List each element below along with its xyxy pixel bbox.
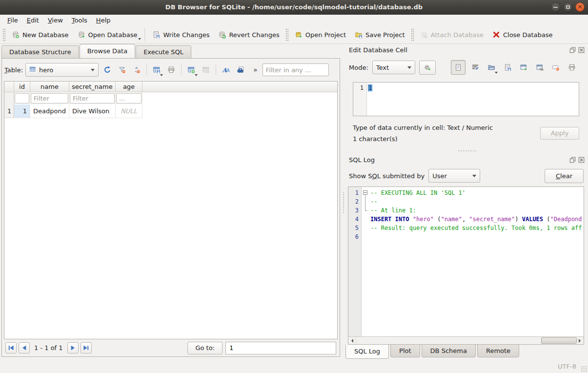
browse-data-panel: Database StructureBrowse DataExecute SQL… [0,44,342,360]
maximize-button[interactable] [563,2,572,12]
float-dock-icon[interactable] [569,47,576,53]
cell-name[interactable]: Deadpond [30,104,69,118]
print-rows-button[interactable] [165,63,178,76]
goto-button[interactable]: Go to: [187,342,223,354]
dock-tab-remote[interactable]: Remote [477,345,519,357]
grid-header-row: idnamesecret_nameage [4,82,337,92]
first-record-button[interactable] [5,342,17,353]
column-header-id[interactable]: id [14,82,30,92]
open-database-button[interactable]: Open Database [73,27,142,42]
column-header-secret_name[interactable]: secret_name [69,82,116,92]
next-record-button[interactable] [67,342,79,353]
close-window-button[interactable] [575,2,585,12]
word-wrap-button[interactable] [469,61,482,74]
fold-marker[interactable] [362,188,369,197]
scrollbar-thumb[interactable] [541,337,576,344]
find-button[interactable] [234,63,247,76]
float-dock-icon[interactable] [569,157,576,163]
write-changes-button[interactable]: Write Changes [148,27,214,42]
cell-secret_name[interactable]: Dive Wilson [69,104,116,118]
open-external-button[interactable] [517,61,530,74]
dropdown-caret-icon[interactable] [160,74,163,76]
print-button[interactable] [566,61,578,74]
close-dock-icon[interactable] [578,157,585,163]
filter-any-column-input[interactable] [263,63,329,76]
editor-content[interactable]: 1 [367,83,373,116]
toolbar-drag-handle[interactable] [411,28,414,41]
collapse-icon[interactable] [363,190,367,195]
new-database-button[interactable]: New Database [7,27,73,42]
open-project-button[interactable]: Open Project [290,27,350,42]
set-null-button[interactable] [549,61,562,74]
menu-item-file[interactable]: File [3,16,22,25]
toolbar-overflow-chevron[interactable]: » [253,66,258,74]
previous-record-button[interactable] [19,342,30,353]
insert-record-button[interactable] [185,63,198,76]
panel-splitter[interactable] [342,44,345,360]
save-project-button[interactable]: Save Project [350,27,409,42]
column-header-age[interactable]: age [116,82,142,92]
row-number[interactable]: 1 [4,104,14,118]
log-horizontal-scrollbar[interactable] [348,336,584,344]
grid-corner-cell[interactable] [4,82,14,92]
clear-filters-button[interactable] [116,63,128,76]
log-fold-column[interactable] [362,187,369,336]
menu-item-edit[interactable]: Edit [22,16,43,25]
toolbar-button-label: Write Changes [163,31,209,39]
tab-browse-data[interactable]: Browse Data [80,44,136,58]
sql-source-selector[interactable]: User [428,169,480,183]
refresh-button[interactable] [101,63,114,76]
log-code[interactable]: -- EXECUTING ALL IN 'SQL 1'---- At line … [369,187,584,336]
close-database-button[interactable]: Close Database [488,27,557,42]
table-icon [29,66,36,74]
menu-item-help[interactable]: Help [92,16,115,25]
fold-marker[interactable] [362,197,369,206]
scroll-left-arrow[interactable] [348,337,356,344]
menu-item-tools[interactable]: Tools [67,16,92,25]
mode-selector[interactable]: Text [372,61,415,74]
cell-editor[interactable]: 1 1 [353,82,579,116]
last-record-button[interactable] [81,342,92,353]
toolbar-separator [216,64,216,75]
scroll-right-arrow[interactable] [576,337,584,344]
text-document-button[interactable] [451,60,466,75]
toolbar-drag-handle[interactable] [285,28,289,41]
cell-age[interactable]: NULL [116,104,142,118]
table-selector[interactable]: hero [25,63,99,77]
copy-link-button[interactable] [533,61,546,74]
dock-tab-plot[interactable]: Plot [390,345,420,357]
revert-changes-button[interactable]: Revert Changes [214,27,284,42]
clear-log-button[interactable]: Clear [545,169,584,183]
goto-record-input[interactable] [225,342,336,354]
resize-grip[interactable] [581,366,587,372]
filter-input-name[interactable] [31,93,68,104]
close-dock-icon[interactable] [578,47,585,53]
tab-execute-sql[interactable]: Execute SQL [136,45,191,58]
filter-input-age[interactable] [116,93,142,104]
filter-input-secret_name[interactable] [70,93,115,104]
clear-sorting-button[interactable] [130,63,143,76]
dock-tab-sql-log[interactable]: SQL Log [345,345,389,359]
filter-input-id[interactable] [15,93,29,104]
tab-database-structure[interactable]: Database Structure [1,45,79,58]
apply-button[interactable]: Apply [540,127,579,140]
font-settings-button[interactable]: AA [220,63,232,76]
dropdown-caret-icon[interactable] [138,38,141,40]
dropdown-caret-icon[interactable] [195,74,198,76]
delete-record-button [200,63,212,76]
dock-tab-db-schema[interactable]: DB Schema [422,345,476,357]
dock-splitter[interactable] [345,147,588,154]
dropdown-caret-icon[interactable] [495,72,498,74]
fold-marker[interactable] [362,206,369,215]
save-table-button[interactable] [150,63,163,76]
toolbar-drag-handle[interactable] [2,28,6,41]
export-text-button[interactable] [501,61,514,74]
auto-switch-mode-button[interactable] [419,61,436,75]
editor-line-number: 1 [353,83,367,116]
menu-item-view[interactable]: View [43,16,67,25]
cell-id[interactable]: 1 [14,104,30,118]
toolbar-button-label: Open Project [305,31,346,39]
column-header-name[interactable]: name [30,82,69,92]
minimize-button[interactable] [551,2,560,12]
import-text-button[interactable] [485,61,498,74]
